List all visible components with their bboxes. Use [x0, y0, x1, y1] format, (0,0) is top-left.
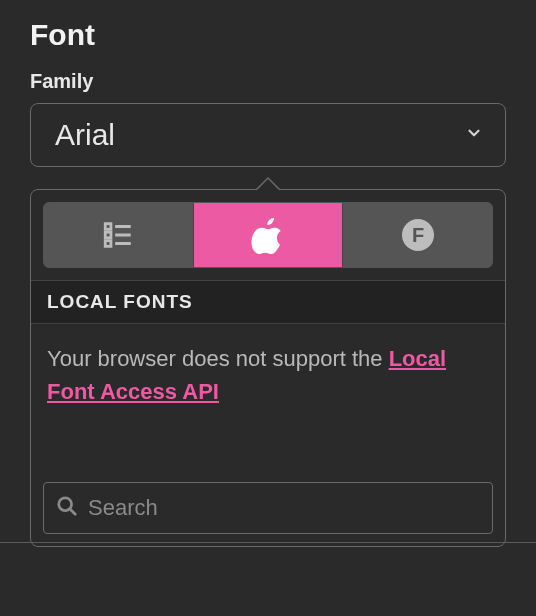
font-search-input[interactable]	[88, 495, 480, 521]
tab-system-fonts[interactable]	[193, 203, 343, 267]
svg-line-9	[70, 509, 76, 515]
chevron-down-icon	[465, 124, 483, 146]
tab-custom-fonts[interactable]: F	[342, 203, 492, 267]
font-family-select[interactable]: Arial	[30, 103, 506, 167]
apple-icon	[251, 216, 285, 254]
section-title: Font	[30, 18, 506, 52]
list-icon	[101, 218, 135, 252]
svg-rect-2	[106, 232, 112, 238]
search-icon	[56, 495, 78, 521]
svg-rect-0	[106, 224, 112, 230]
family-label: Family	[30, 70, 506, 93]
font-family-value: Arial	[55, 118, 115, 152]
svg-rect-4	[106, 241, 112, 247]
message-text: Your browser does not support the	[47, 346, 389, 371]
font-search-row[interactable]	[43, 482, 493, 534]
svg-text:F: F	[412, 224, 424, 246]
font-source-tabs: F	[43, 202, 493, 268]
panel-divider	[0, 542, 536, 543]
tab-font-list[interactable]	[44, 203, 193, 267]
local-fonts-heading: LOCAL FONTS	[31, 280, 505, 324]
font-badge-icon: F	[400, 217, 436, 253]
font-picker-popover: F LOCAL FONTS Your browser does not supp…	[30, 189, 506, 547]
local-fonts-message: Your browser does not support the Local …	[31, 324, 505, 474]
popover-arrow	[256, 177, 280, 189]
